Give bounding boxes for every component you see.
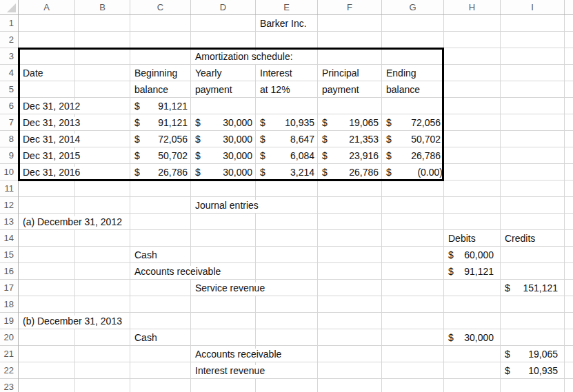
cell-C5[interactable]: balance (130, 81, 191, 98)
cell-G7[interactable]: $72,056 (382, 114, 444, 131)
row-header-8[interactable]: 8 (0, 131, 18, 147)
cell-A20[interactable] (19, 329, 75, 346)
cell-F15[interactable] (318, 247, 382, 263)
cell-C19[interactable] (130, 313, 191, 329)
cell-A13[interactable]: (a) December 31, 2012 (19, 214, 75, 230)
cell-C14[interactable] (130, 230, 191, 247)
cell-A18[interactable] (19, 296, 75, 313)
cell-C9[interactable]: $50,702 (130, 147, 191, 164)
row-header-10[interactable]: 10 (0, 164, 18, 180)
cell-I12[interactable] (501, 197, 565, 214)
cell-I15[interactable] (501, 247, 565, 263)
row-header-18[interactable]: 18 (0, 296, 18, 313)
cell-I5[interactable] (501, 81, 565, 98)
cell-overflow-15[interactable] (565, 247, 573, 263)
cell-A11[interactable] (19, 180, 75, 197)
cell-G20[interactable] (382, 329, 444, 346)
column-header-C[interactable]: C (130, 0, 191, 14)
cell-I3[interactable] (501, 48, 565, 65)
cell-E19[interactable] (256, 313, 318, 329)
cell-G12[interactable] (382, 197, 444, 214)
cell-G6[interactable] (382, 98, 444, 114)
cell-H15[interactable]: $60,000 (444, 247, 501, 263)
row-header-19[interactable]: 19 (0, 313, 18, 329)
cell-overflow-20[interactable] (565, 329, 573, 346)
cell-overflow-6[interactable] (565, 98, 573, 114)
cell-H6[interactable] (444, 98, 501, 114)
cell-C6[interactable]: $91,121 (130, 98, 191, 114)
cell-E18[interactable] (256, 296, 318, 313)
cell-overflow-10[interactable] (565, 164, 573, 180)
cell-A12[interactable] (19, 197, 75, 214)
column-header-B[interactable]: B (75, 0, 130, 14)
cell-G19[interactable] (382, 313, 444, 329)
column-header-I[interactable]: I (501, 0, 565, 14)
cell-I4[interactable] (501, 65, 565, 81)
cell-C10[interactable]: $26,786 (130, 164, 191, 180)
cell-F7[interactable]: $19,065 (318, 114, 382, 131)
cell-G4[interactable]: Ending (382, 65, 444, 81)
column-header-F[interactable]: F (318, 0, 382, 14)
cell-E5[interactable]: at 12% (256, 81, 318, 98)
cell-overflow-12[interactable] (565, 197, 573, 214)
cell-F6[interactable] (318, 98, 382, 114)
cell-overflow-2[interactable] (565, 32, 573, 48)
cell-B22[interactable] (75, 362, 130, 379)
cell-F12[interactable] (318, 197, 382, 214)
cell-H5[interactable] (444, 81, 501, 98)
cell-B16[interactable] (75, 263, 130, 280)
cell-overflow-1[interactable] (565, 15, 573, 32)
cell-F18[interactable] (318, 296, 382, 313)
cell-A14[interactable] (19, 230, 75, 247)
cell-C18[interactable] (130, 296, 191, 313)
cell-A7[interactable]: Dec 31, 2013 (19, 114, 75, 131)
cell-overflow-3[interactable] (565, 48, 573, 65)
cell-I8[interactable] (501, 131, 565, 147)
cell-C7[interactable]: $91,121 (130, 114, 191, 131)
cell-I23[interactable] (501, 379, 565, 392)
row-header-16[interactable]: 16 (0, 263, 18, 280)
cell-I16[interactable] (501, 263, 565, 280)
cell-I1[interactable] (501, 15, 565, 32)
cell-F2[interactable] (318, 32, 382, 48)
cell-C15[interactable]: Cash (130, 247, 191, 263)
cell-overflow-22[interactable] (565, 362, 573, 379)
cell-G13[interactable] (382, 214, 444, 230)
cell-overflow-5[interactable] (565, 81, 573, 98)
row-header-21[interactable]: 21 (0, 346, 18, 362)
cell-H2[interactable] (444, 32, 501, 48)
cell-B7[interactable] (75, 114, 130, 131)
select-all-corner[interactable] (0, 0, 19, 15)
row-header-7[interactable]: 7 (0, 114, 18, 131)
cell-C21[interactable] (130, 346, 191, 362)
cell-I10[interactable] (501, 164, 565, 180)
cell-A4[interactable]: Date (19, 65, 75, 81)
cell-I18[interactable] (501, 296, 565, 313)
cell-B1[interactable] (75, 15, 130, 32)
cell-B4[interactable] (75, 65, 130, 81)
cell-H23[interactable] (444, 379, 501, 392)
cell-H1[interactable] (444, 15, 501, 32)
cell-E10[interactable]: $3,214 (256, 164, 318, 180)
cell-I13[interactable] (501, 214, 565, 230)
cell-C12[interactable] (130, 197, 191, 214)
cell-G16[interactable] (382, 263, 444, 280)
cell-G14[interactable] (382, 230, 444, 247)
cell-D23[interactable] (191, 379, 256, 392)
cell-F13[interactable] (318, 214, 382, 230)
cell-B2[interactable] (75, 32, 130, 48)
cell-H18[interactable] (444, 296, 501, 313)
row-header-17[interactable]: 17 (0, 280, 18, 296)
cell-H20[interactable]: $30,000 (444, 329, 501, 346)
cell-I6[interactable] (501, 98, 565, 114)
cell-F16[interactable] (318, 263, 382, 280)
row-header-20[interactable]: 20 (0, 329, 18, 346)
cell-B12[interactable] (75, 197, 130, 214)
cell-D12[interactable]: Journal entries (191, 197, 256, 214)
cell-G11[interactable] (382, 180, 444, 197)
cell-B14[interactable] (75, 230, 130, 247)
cell-overflow-8[interactable] (565, 131, 573, 147)
cell-I17[interactable]: $151,121 (501, 280, 565, 296)
cell-G8[interactable]: $50,702 (382, 131, 444, 147)
cell-G2[interactable] (382, 32, 444, 48)
